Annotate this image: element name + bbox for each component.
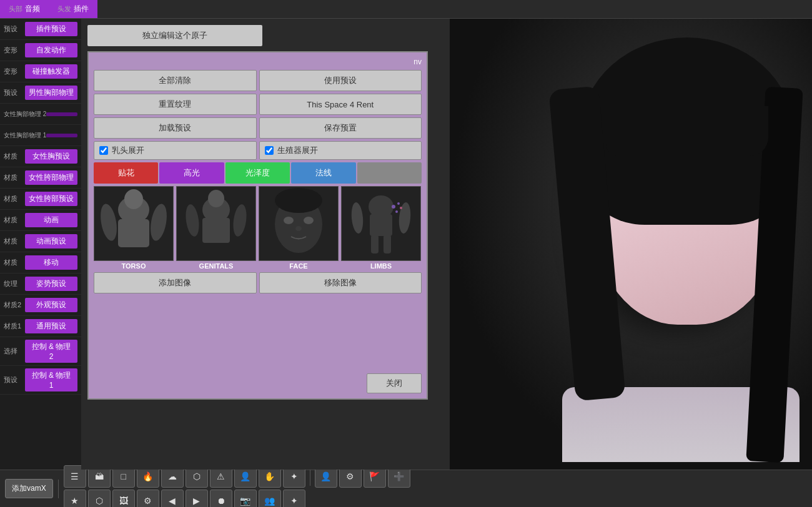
nipple-label: 乳头展开 bbox=[112, 145, 144, 156]
sidebar-label: 碰撞触发器 bbox=[25, 64, 77, 79]
sidebar-label: 姿势预设 bbox=[25, 277, 77, 291]
toolbar-settings-icon[interactable]: ⚙ bbox=[137, 490, 159, 507]
tab-highlight[interactable]: 高光 bbox=[159, 162, 224, 184]
sidebar-item-move[interactable]: 材质 移动 bbox=[0, 252, 81, 273]
sidebar-item-auto-action[interactable]: 变形 自发动作 bbox=[0, 40, 81, 61]
toolbar-group-icon[interactable]: 👥 bbox=[259, 490, 281, 507]
topbar-item-audio[interactable]: 头部 音频 bbox=[0, 0, 49, 18]
sidebar-item-male-physics[interactable]: 预设 男性胸部物理 bbox=[0, 82, 81, 104]
svg-point-28 bbox=[400, 207, 402, 209]
tab-decal[interactable]: 贴花 bbox=[94, 162, 158, 184]
sidebar-item-female-physics2[interactable]: 女性胸部物理 2 bbox=[0, 104, 81, 125]
svg-rect-23 bbox=[371, 235, 379, 254]
sidebar-item-hip-physics[interactable]: 材质 女性胯部物理 bbox=[0, 167, 81, 189]
close-button[interactable]: 关闭 bbox=[367, 373, 422, 393]
dialog-header: nv bbox=[94, 57, 422, 66]
sidebar-item-appearance-preset[interactable]: 材质2 外观预设 bbox=[0, 295, 81, 316]
toolbar-camera-icon[interactable]: 📷 bbox=[234, 490, 257, 507]
reset-texture-button[interactable]: 重置纹理 bbox=[94, 94, 257, 115]
sidebar-label: 控制 & 物理 2 bbox=[25, 340, 77, 363]
sidebar-label: 外观预设 bbox=[25, 298, 77, 312]
sidebar-tag: 材质 bbox=[4, 237, 25, 246]
sidebar-label bbox=[46, 134, 77, 137]
sidebar-item-collision[interactable]: 变形 碰撞触发器 bbox=[0, 61, 81, 82]
dialog-row-3: 加载预设 保存预置 bbox=[94, 117, 422, 139]
topbar-item-hair[interactable]: 头发 插件 bbox=[49, 0, 97, 18]
dialog-row-2: 重置纹理 This Space 4 Rent bbox=[94, 94, 422, 115]
torso-svg bbox=[96, 188, 171, 260]
genitals-checkbox[interactable] bbox=[265, 146, 274, 155]
nipple-checkbox-item[interactable]: 乳头展开 bbox=[94, 141, 257, 160]
toolbar-forward-icon[interactable]: ▶ bbox=[186, 490, 208, 507]
image-thumb-limbs[interactable] bbox=[341, 186, 421, 261]
sidebar-label: 动画预设 bbox=[25, 234, 77, 249]
sidebar-item-control-physics1[interactable]: 预设 控制 & 物理 1 bbox=[0, 366, 81, 395]
image-cell-genitals: GENITALS bbox=[176, 186, 256, 270]
toolbar-rewind-icon[interactable]: ◀ bbox=[161, 490, 184, 507]
sidebar-tag: 材质 bbox=[4, 215, 25, 225]
use-preset-button[interactable]: 使用预设 bbox=[259, 70, 422, 91]
image-thumb-genitals[interactable] bbox=[176, 186, 256, 261]
topbar-label: 音频 bbox=[25, 4, 40, 14]
sidebar: 预设 插件预设 变形 自发动作 变形 碰撞触发器 预设 男性胸部物理 女性胸部物… bbox=[0, 19, 81, 470]
genitals-checkbox-item[interactable]: 生殖器展开 bbox=[259, 141, 422, 160]
image-thumb-torso[interactable] bbox=[94, 186, 174, 261]
sidebar-label: 控制 & 物理 1 bbox=[25, 368, 77, 391]
toolbar-star-icon[interactable]: ★ bbox=[64, 490, 86, 507]
sidebar-label bbox=[46, 112, 77, 116]
sidebar-tag: 变形 bbox=[4, 46, 25, 55]
save-preset-button[interactable]: 保存预置 bbox=[259, 117, 422, 139]
sidebar-tag: 材质 bbox=[4, 258, 25, 267]
this-space-rent-button[interactable]: This Space 4 Rent bbox=[259, 94, 422, 115]
sidebar-tag: 预设 bbox=[4, 88, 25, 97]
sidebar-item-plugin-preset[interactable]: 预设 插件预设 bbox=[0, 19, 81, 40]
top-bar: 头部 音频 头发 插件 bbox=[0, 0, 812, 19]
sidebar-item-hip-preset[interactable]: 材质 女性胯部预设 bbox=[0, 189, 81, 210]
sidebar-tag: 预设 bbox=[4, 375, 25, 385]
tab-empty[interactable] bbox=[357, 162, 422, 184]
tab-gloss[interactable]: 光泽度 bbox=[225, 162, 290, 184]
sidebar-label: 自发动作 bbox=[25, 43, 77, 57]
svg-rect-20 bbox=[370, 214, 392, 236]
torso-label: TORSO bbox=[122, 262, 146, 270]
tab-row: 贴花 高光 光泽度 法线 bbox=[94, 162, 422, 184]
sidebar-item-animation-preset[interactable]: 材质 动画预设 bbox=[0, 231, 81, 252]
dialog-row-1: 全部清除 使用预设 bbox=[94, 70, 422, 91]
sidebar-item-control-physics2[interactable]: 选择 控制 & 物理 2 bbox=[0, 337, 81, 366]
sidebar-tag: 女性胸部物理 2 bbox=[4, 110, 46, 119]
add-vamx-button[interactable]: 添加vamX bbox=[5, 479, 53, 498]
sidebar-label: 动画 bbox=[25, 213, 77, 227]
nv-label: nv bbox=[413, 57, 422, 66]
image-thumb-face[interactable] bbox=[259, 186, 339, 261]
sidebar-item-general-preset[interactable]: 材质1 通用预设 bbox=[0, 316, 81, 337]
sidebar-item-female-physics1[interactable]: 女性胸部物理 1 bbox=[0, 125, 81, 146]
hair-bang bbox=[606, 106, 768, 156]
character-area bbox=[450, 19, 812, 470]
toolbar-record-icon[interactable]: ⏺ bbox=[210, 490, 232, 507]
toolbar-separator-1 bbox=[58, 480, 59, 498]
remove-image-button[interactable]: 移除图像 bbox=[259, 272, 422, 293]
sidebar-tag: 材质1 bbox=[4, 322, 25, 331]
edit-atom-button[interactable]: 独立编辑这个原子 bbox=[87, 25, 262, 46]
character-background bbox=[450, 19, 812, 470]
toolbar-row-2: ★ ⬡ 🖼 ⚙ ◀ ▶ ⏺ 📷 👥 ✦ bbox=[64, 490, 410, 507]
sidebar-item-animation[interactable]: 材质 动画 bbox=[0, 210, 81, 231]
tab-normal[interactable]: 法线 bbox=[291, 162, 355, 184]
svg-point-5 bbox=[124, 189, 143, 209]
svg-rect-2 bbox=[118, 219, 149, 247]
dialog-panel: nv 全部清除 使用预设 重置纹理 This Space 4 Rent 加载预设… bbox=[87, 51, 428, 400]
genitals-label: GENITALS bbox=[199, 262, 234, 270]
toolbar-image-icon[interactable]: 🖼 bbox=[112, 490, 135, 507]
load-preset-button[interactable]: 加载预设 bbox=[94, 117, 257, 139]
sidebar-tag: 纹理 bbox=[4, 279, 25, 288]
limbs-svg bbox=[344, 188, 418, 260]
add-image-button[interactable]: 添加图像 bbox=[94, 272, 257, 293]
toolbar-sparkle-icon[interactable]: ✦ bbox=[283, 490, 305, 507]
content-spacer bbox=[94, 296, 422, 371]
sidebar-item-pose-preset[interactable]: 纹理 姿势预设 bbox=[0, 273, 81, 295]
nipple-checkbox[interactable] bbox=[99, 146, 108, 155]
clear-all-button[interactable]: 全部清除 bbox=[94, 70, 257, 91]
toolbar-hex2-icon[interactable]: ⬡ bbox=[88, 490, 111, 507]
limbs-label: LIMBS bbox=[370, 262, 392, 270]
sidebar-item-material-chest-preset[interactable]: 材质 女性胸预设 bbox=[0, 146, 81, 167]
